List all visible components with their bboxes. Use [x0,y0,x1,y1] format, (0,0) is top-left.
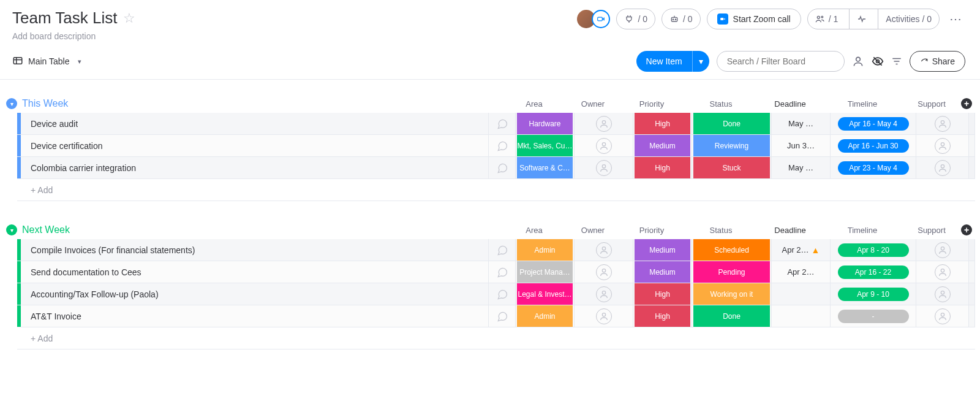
add-item[interactable]: + Add [21,185,53,195]
more-icon[interactable]: ⋯ [946,12,965,26]
column-header[interactable]: Deadline [761,99,820,109]
conversation-icon[interactable] [489,239,516,261]
support-cell[interactable] [916,261,969,283]
search-input[interactable] [727,56,834,66]
search-filter[interactable] [717,51,845,72]
conversation-icon[interactable] [489,305,516,327]
priority-cell[interactable]: Medium [633,135,692,156]
group-title[interactable]: This Week [22,98,68,109]
item-name[interactable]: Compile Invoices (For financial statemen… [21,239,489,261]
priority-cell[interactable]: High [633,113,692,134]
timeline-cell[interactable]: Apr 8 - 20 [831,239,916,261]
priority-cell[interactable]: High [633,283,692,305]
owner-cell[interactable] [575,113,633,134]
owner-cell[interactable] [575,157,633,178]
column-header[interactable]: Owner [564,226,622,235]
deadline-cell[interactable] [772,283,831,305]
area-cell[interactable]: Hardware [516,113,575,134]
members-count[interactable]: / 1 [808,9,846,29]
priority-cell[interactable]: Medium [633,261,692,283]
eye-off-icon[interactable] [872,55,884,67]
person-filter-icon[interactable] [852,55,864,67]
integration-b-pill[interactable]: / 0 [662,9,701,29]
deadline-cell[interactable]: Jun 3… [772,135,831,156]
add-column-button[interactable]: + [961,224,972,235]
board-description[interactable]: Add board description [12,31,135,41]
column-header[interactable]: Area [505,226,564,235]
item-name[interactable]: AT&T Invoice [21,305,489,327]
column-header[interactable]: Priority [622,226,681,235]
area-cell[interactable]: Legal & Invest… [516,283,575,305]
timeline-cell[interactable]: Apr 23 - May 4 [831,157,916,178]
deadline-cell[interactable]: Apr 2…▲ [772,239,831,261]
status-cell[interactable]: Stuck [692,157,772,178]
item-name[interactable]: Colombia carrier integration [21,157,489,178]
deadline-cell[interactable]: May … [772,113,831,134]
owner-cell[interactable] [575,135,633,156]
status-cell[interactable]: Done [692,305,772,327]
add-item[interactable]: + Add [21,334,53,343]
owner-cell[interactable] [575,239,633,261]
conversation-icon[interactable] [489,261,516,283]
area-cell[interactable]: Admin [516,305,575,327]
activity-icon-seg[interactable] [849,9,874,29]
conversation-icon[interactable] [489,113,516,134]
priority-cell[interactable]: High [633,157,692,178]
item-name[interactable]: Send documentation to Cees [21,261,489,283]
group-title[interactable]: Next Week [22,224,70,235]
column-header[interactable]: Support [905,226,958,235]
item-name[interactable]: Device audit [21,113,489,134]
owner-cell[interactable] [575,283,633,305]
view-selector[interactable]: Main Table ▾ [12,55,81,68]
deadline-cell[interactable]: Apr 2… [772,261,831,283]
support-cell[interactable] [916,239,969,261]
column-header[interactable]: Priority [622,99,681,109]
activities-count[interactable]: Activities / 0 [878,9,939,29]
item-name[interactable]: Accounting/Tax Follow-up (Paola) [21,283,489,305]
avatar-add-icon[interactable] [592,10,610,28]
item-name[interactable]: Device certification [21,135,489,156]
column-header[interactable]: Area [505,99,564,109]
sort-icon[interactable] [891,56,902,67]
priority-cell[interactable]: High [633,305,692,327]
column-header[interactable]: Support [905,99,958,109]
deadline-cell[interactable] [772,305,831,327]
conversation-icon[interactable] [489,283,516,305]
conversation-icon[interactable] [489,157,516,178]
support-cell[interactable] [916,305,969,327]
support-cell[interactable] [916,135,969,156]
status-cell[interactable]: Working on it [692,283,772,305]
integration-a-pill[interactable]: / 0 [616,9,655,29]
support-cell[interactable] [916,113,969,134]
start-zoom-button[interactable]: Start Zoom call [707,9,801,29]
priority-cell[interactable]: Medium [633,239,692,261]
column-header[interactable]: Timeline [820,99,905,109]
support-cell[interactable] [916,157,969,178]
column-header[interactable]: Status [681,99,761,109]
status-cell[interactable]: Pending [692,261,772,283]
timeline-cell[interactable]: Apr 16 - 22 [831,261,916,283]
owner-cell[interactable] [575,305,633,327]
column-header[interactable]: Deadline [761,226,820,235]
timeline-cell[interactable]: - [831,305,916,327]
share-button[interactable]: Share [910,51,965,72]
support-cell[interactable] [916,283,969,305]
status-cell[interactable]: Reviewing [692,135,772,156]
area-cell[interactable]: Mkt, Sales, Cu… [516,135,575,156]
area-cell[interactable]: Admin [516,239,575,261]
board-members[interactable] [577,10,610,28]
status-cell[interactable]: Done [692,113,772,134]
timeline-cell[interactable]: Apr 16 - May 4 [831,113,916,134]
column-header[interactable]: Status [681,226,761,235]
timeline-cell[interactable]: Apr 16 - Jun 30 [831,135,916,156]
deadline-cell[interactable]: May … [772,157,831,178]
area-cell[interactable]: Project Mana… [516,261,575,283]
star-icon[interactable]: ☆ [123,10,135,26]
new-item-button[interactable]: New Item ▾ [636,51,709,72]
owner-cell[interactable] [575,261,633,283]
collapse-toggle[interactable]: ▾ [6,224,17,235]
timeline-cell[interactable]: Apr 9 - 10 [831,283,916,305]
status-cell[interactable]: Scheduled [692,239,772,261]
area-cell[interactable]: Software & C… [516,157,575,178]
conversation-icon[interactable] [489,135,516,156]
